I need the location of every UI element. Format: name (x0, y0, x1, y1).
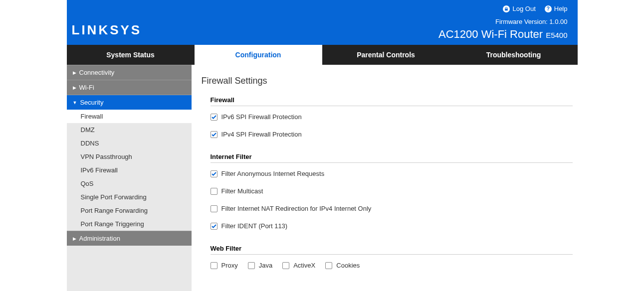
help-label: Help (554, 5, 568, 12)
sidebar-item-port-range-triggering[interactable]: Port Range Triggering (67, 217, 192, 231)
sidebar-item-port-range-forwarding[interactable]: Port Range Forwarding (67, 204, 192, 217)
section-internet-filter-title: Internet Filter (211, 153, 573, 163)
sidebar-item-vpn-passthrough[interactable]: VPN Passthrough (67, 150, 192, 163)
sidebar-item-qos[interactable]: QoS (67, 177, 192, 190)
tab-troubleshooting[interactable]: Troubleshooting (450, 45, 578, 65)
logo: LINKSYS (72, 22, 142, 38)
label-ipv4-spi: IPv4 SPI Firewall Protection (221, 131, 302, 138)
main-tabs: System Status Configuration Parental Con… (67, 45, 578, 65)
label-ipv6-spi: IPv6 SPI Firewall Protection (221, 113, 302, 121)
content-area: Firewall Settings Firewall IPv6 SPI Fire… (192, 65, 578, 291)
checkbox-filter-anonymous[interactable] (211, 170, 217, 177)
label-filter-anonymous: Filter Anonymous Internet Requests (221, 170, 325, 177)
caret-right-icon: ▶ (73, 70, 76, 75)
checkbox-filter-ident[interactable] (211, 223, 217, 230)
caret-right-icon: ▶ (73, 236, 76, 241)
sidebar-cat-security[interactable]: ▼ Security (67, 95, 192, 110)
section-internet-filter: Internet Filter Filter Anonymous Interne… (202, 153, 573, 230)
checkbox-filter-multicast[interactable] (211, 188, 217, 195)
checkbox-java[interactable] (248, 262, 255, 269)
label-filter-multicast: Filter Multicast (221, 187, 263, 195)
section-web-filter-title: Web Filter (211, 245, 573, 255)
tab-parental-controls[interactable]: Parental Controls (322, 45, 450, 65)
label-filter-nat: Filter Internet NAT Redirection for IPv4… (221, 205, 372, 212)
label-java: Java (259, 262, 272, 269)
checkbox-filter-nat[interactable] (211, 205, 217, 212)
help-link[interactable]: ? Help (545, 5, 568, 12)
lock-icon (503, 5, 510, 12)
label-proxy: Proxy (221, 262, 238, 269)
header-bar: Log Out ? Help Firmware Version: 1.0.00 … (67, 0, 578, 45)
product-name: AC1200 Wi-Fi RouterE5400 (438, 28, 567, 41)
sidebar-cat-wifi[interactable]: ▶ Wi-Fi (67, 80, 192, 95)
tab-system-status[interactable]: System Status (67, 45, 195, 65)
sidebar-item-ddns[interactable]: DDNS (67, 137, 192, 150)
sidebar-item-dmz[interactable]: DMZ (67, 123, 192, 137)
page-title: Firewall Settings (202, 76, 573, 86)
tab-configuration[interactable]: Configuration (195, 45, 322, 65)
section-firewall: Firewall IPv6 SPI Firewall Protection IP… (202, 96, 573, 138)
checkbox-ipv4-spi[interactable] (211, 131, 217, 138)
checkbox-proxy[interactable] (211, 262, 217, 269)
sidebar: ▶ Connectivity ▶ Wi-Fi ▼ Security Firewa… (67, 65, 192, 291)
help-icon: ? (545, 5, 552, 12)
section-web-filter: Web Filter Proxy Java ActiveX (202, 245, 573, 269)
sidebar-item-ipv6-firewall[interactable]: IPv6 Firewall (67, 163, 192, 177)
label-activex: ActiveX (293, 262, 315, 269)
logout-label: Log Out (512, 5, 535, 12)
checkbox-ipv6-spi[interactable] (211, 114, 217, 121)
sidebar-item-single-port-forwarding[interactable]: Single Port Forwarding (67, 190, 192, 204)
firmware-version: Firmware Version: 1.0.00 (495, 18, 568, 25)
logout-link[interactable]: Log Out (503, 5, 535, 12)
caret-right-icon: ▶ (73, 85, 76, 90)
sidebar-cat-administration[interactable]: ▶ Administration (67, 231, 192, 246)
sidebar-item-firewall[interactable]: Firewall (67, 110, 192, 123)
checkbox-activex[interactable] (282, 262, 289, 269)
sidebar-cat-connectivity[interactable]: ▶ Connectivity (67, 65, 192, 80)
checkbox-cookies[interactable] (325, 262, 332, 269)
model-name: E5400 (546, 31, 567, 39)
caret-down-icon: ▼ (73, 100, 77, 105)
label-filter-ident: Filter IDENT (Port 113) (221, 222, 288, 230)
label-cookies: Cookies (336, 262, 360, 269)
section-firewall-title: Firewall (211, 96, 573, 106)
